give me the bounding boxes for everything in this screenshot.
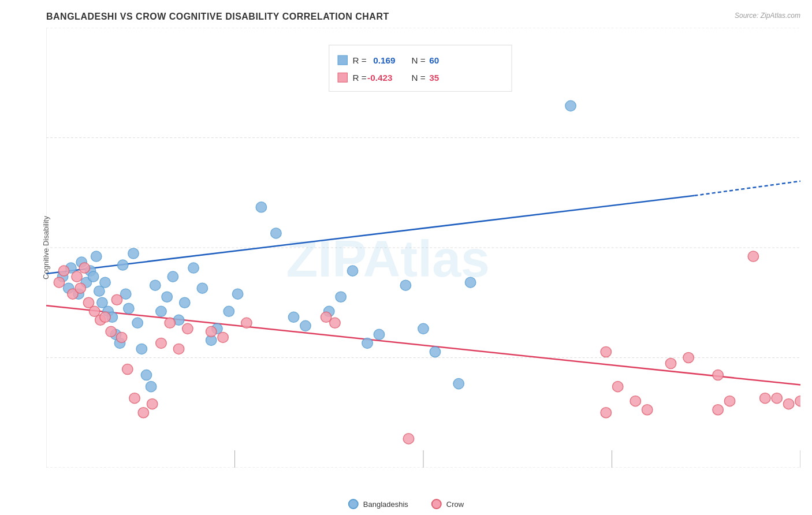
- svg-point-111: [642, 405, 653, 415]
- svg-point-110: [601, 408, 611, 418]
- svg-point-69: [465, 277, 475, 288]
- svg-rect-119: [338, 73, 347, 82]
- svg-point-71: [54, 277, 64, 288]
- chart-area: Cognitive Disability 40.0% 30.0% 20.0% 1…: [46, 28, 800, 468]
- svg-point-96: [330, 318, 340, 328]
- svg-point-82: [111, 294, 122, 305]
- chart-legend: Bangladeshis Crow: [348, 499, 464, 509]
- svg-point-49: [180, 297, 190, 308]
- chart-container: BANGLADESHI VS CROW COGNITIVE DISABILITY…: [0, 0, 812, 515]
- svg-point-104: [724, 396, 735, 406]
- svg-point-102: [683, 352, 694, 363]
- svg-point-76: [79, 263, 90, 273]
- svg-point-44: [150, 280, 161, 290]
- svg-line-18: [694, 181, 800, 196]
- svg-point-41: [136, 344, 147, 354]
- svg-point-97: [403, 434, 414, 444]
- svg-point-56: [256, 202, 266, 212]
- svg-point-99: [613, 382, 623, 392]
- legend-bangladeshis: Bangladeshis: [348, 499, 408, 509]
- svg-point-109: [795, 396, 800, 406]
- svg-point-94: [241, 318, 252, 328]
- svg-point-100: [630, 396, 640, 406]
- svg-point-59: [300, 320, 311, 331]
- svg-point-36: [117, 260, 128, 270]
- svg-point-98: [601, 346, 611, 357]
- svg-point-68: [453, 379, 464, 389]
- crow-swatch: [431, 499, 442, 509]
- svg-point-43: [146, 382, 156, 392]
- svg-point-93: [218, 332, 228, 342]
- svg-point-85: [129, 393, 140, 404]
- svg-point-103: [713, 370, 723, 380]
- source-label: Source: ZipAtlas.com: [735, 12, 800, 20]
- svg-text:35: 35: [429, 73, 439, 83]
- y-axis-label: Cognitive Disability: [42, 216, 50, 279]
- svg-point-54: [224, 306, 234, 316]
- svg-point-88: [156, 338, 166, 348]
- svg-point-83: [116, 332, 126, 342]
- svg-point-46: [162, 292, 172, 302]
- svg-point-70: [565, 100, 576, 111]
- svg-point-87: [147, 399, 157, 409]
- svg-point-55: [232, 289, 243, 299]
- svg-point-75: [75, 283, 85, 293]
- svg-point-57: [271, 228, 281, 238]
- svg-point-89: [165, 318, 175, 328]
- svg-point-39: [128, 248, 139, 259]
- svg-point-101: [665, 359, 676, 369]
- svg-point-38: [124, 303, 134, 314]
- svg-point-74: [72, 271, 82, 282]
- svg-point-45: [156, 306, 166, 316]
- svg-rect-114: [338, 55, 347, 65]
- svg-point-106: [760, 393, 770, 404]
- svg-point-31: [100, 277, 110, 288]
- svg-point-72: [58, 266, 69, 276]
- svg-text:R =: R =: [353, 73, 367, 83]
- svg-point-42: [141, 370, 151, 380]
- svg-point-61: [336, 292, 346, 302]
- svg-point-67: [430, 346, 440, 357]
- svg-point-47: [167, 271, 178, 282]
- svg-point-65: [400, 280, 411, 290]
- scatter-chart: 40.0% 30.0% 20.0% 10.0% 0.0% 100.0% ZIPA…: [46, 28, 800, 468]
- svg-text:60: 60: [429, 55, 439, 65]
- svg-text:ZIPAtlas: ZIPAtlas: [286, 230, 490, 288]
- svg-point-63: [362, 338, 373, 348]
- svg-point-66: [418, 323, 429, 334]
- svg-point-91: [182, 323, 193, 334]
- svg-point-40: [132, 318, 143, 328]
- svg-rect-113: [329, 45, 512, 91]
- svg-text:0.169: 0.169: [373, 55, 395, 65]
- svg-point-28: [91, 251, 102, 262]
- svg-point-27: [88, 271, 98, 282]
- svg-point-112: [713, 405, 723, 415]
- bangladeshis-label: Bangladeshis: [363, 500, 408, 509]
- svg-text:R =: R =: [353, 55, 367, 65]
- svg-point-84: [122, 364, 133, 375]
- svg-text:N =: N =: [412, 55, 426, 65]
- svg-point-58: [288, 312, 299, 322]
- crow-label: Crow: [446, 500, 464, 509]
- chart-title: BANGLADESHI VS CROW COGNITIVE DISABILITY…: [46, 12, 800, 22]
- svg-point-81: [106, 326, 116, 337]
- svg-point-50: [188, 263, 199, 273]
- svg-point-62: [347, 266, 357, 276]
- svg-point-107: [772, 393, 782, 404]
- svg-point-105: [748, 251, 758, 262]
- bangladeshis-swatch: [348, 499, 359, 509]
- svg-point-92: [206, 326, 217, 337]
- svg-point-64: [374, 329, 384, 339]
- svg-text:-0.423: -0.423: [367, 73, 392, 83]
- svg-point-80: [100, 312, 110, 322]
- svg-point-108: [783, 399, 794, 409]
- svg-point-90: [173, 344, 184, 354]
- svg-point-86: [138, 408, 148, 418]
- svg-text:N =: N =: [412, 73, 426, 83]
- svg-point-51: [197, 283, 207, 293]
- legend-crow: Crow: [431, 499, 464, 509]
